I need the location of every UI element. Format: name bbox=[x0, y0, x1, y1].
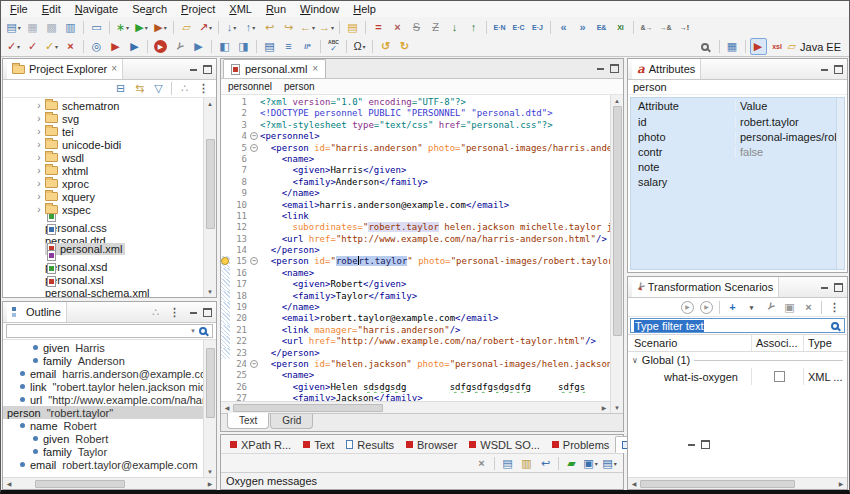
new-scenario-button[interactable]: + bbox=[724, 299, 741, 316]
format-and-indent-button[interactable]: ◎ bbox=[88, 38, 105, 55]
minimize-button[interactable] bbox=[820, 283, 829, 292]
code-line[interactable]: 7 <given>Harris</given> bbox=[221, 165, 610, 176]
code-line[interactable]: 1<?xml version="1.0" encoding="UTF-8"?> bbox=[221, 97, 610, 108]
previous-annotation-button[interactable]: ↑▾ bbox=[242, 19, 259, 36]
attribute-row-note[interactable]: note bbox=[631, 159, 836, 174]
new-scenario-menu-button[interactable]: ▾ bbox=[743, 299, 760, 316]
tree-item-tei[interactable]: tei bbox=[3, 125, 203, 138]
code-line[interactable]: 20 <email>robert.taylor@example.com</ema… bbox=[221, 313, 610, 324]
run-button[interactable]: ▶▾ bbox=[133, 19, 150, 36]
save-all-button[interactable]: ▩ bbox=[43, 19, 60, 36]
code-editor[interactable]: 1<?xml version="1.0" encoding="UTF-8"?>2… bbox=[221, 95, 610, 401]
back-history-button[interactable]: ↩ bbox=[261, 19, 278, 36]
editor-hscrollbar[interactable] bbox=[221, 401, 610, 413]
chevron-right-icon[interactable] bbox=[35, 114, 43, 124]
fold-collapse-icon[interactable] bbox=[250, 360, 258, 368]
tab-attributes[interactable]: Attributes bbox=[632, 59, 701, 79]
import-content-button[interactable]: ↓ bbox=[446, 19, 463, 36]
scroll-up-icon[interactable] bbox=[611, 95, 623, 106]
chevron-right-icon[interactable] bbox=[35, 140, 43, 150]
spell-check-button[interactable]: ABC✓ bbox=[325, 38, 342, 55]
scroll-lock-button[interactable]: ▥ bbox=[518, 455, 535, 472]
tab-results[interactable]: Results bbox=[340, 436, 400, 453]
column-associated[interactable]: Associ... bbox=[751, 335, 803, 351]
tree-item-svg[interactable]: svg bbox=[3, 112, 203, 125]
delete-scenario-button[interactable]: × bbox=[800, 299, 817, 316]
code-line[interactable]: 11 <link bbox=[221, 211, 610, 222]
chevron-right-icon[interactable] bbox=[35, 127, 43, 137]
forward-button[interactable]: →▾ bbox=[318, 19, 335, 36]
editor-vscrollbar[interactable] bbox=[610, 95, 623, 413]
code-line[interactable]: 19 </name> bbox=[221, 302, 610, 313]
pin-console-button[interactable]: ▰ bbox=[563, 455, 580, 472]
view-menu-button[interactable]: ⋮ bbox=[166, 304, 183, 321]
tab-text-mode[interactable]: Text bbox=[227, 413, 269, 429]
dropdown-arrow-icon[interactable]: ▾ bbox=[363, 43, 366, 50]
code-line[interactable]: 24 <person id="helen.jackson" photo="per… bbox=[221, 359, 610, 370]
delete-markup-button[interactable]: × bbox=[389, 19, 406, 36]
tab-outline[interactable]: Outline bbox=[7, 302, 67, 322]
xpath-expression-button[interactable]: //* bbox=[299, 38, 316, 55]
code-line[interactable]: 9 </name> bbox=[221, 188, 610, 199]
tree-item-xhtml[interactable]: xhtml bbox=[3, 164, 203, 177]
apply-scenario-button[interactable]: ▶ bbox=[679, 299, 696, 316]
strike-element-s-button[interactable]: S bbox=[408, 19, 425, 36]
menu-navigate[interactable]: Navigate bbox=[68, 2, 125, 16]
code-line[interactable]: 23 </person> bbox=[221, 348, 610, 359]
oxygen-perspective-button[interactable]: ▶ bbox=[750, 38, 767, 55]
convert-ej-button[interactable]: E·J bbox=[529, 19, 546, 36]
outline-item-email[interactable]: emailharris.anderson@example.com bbox=[3, 367, 203, 380]
filter-button[interactable]: ▽ bbox=[150, 80, 167, 97]
code-line[interactable]: 22 <url href="http://www.example.com/na/… bbox=[221, 336, 610, 347]
tree-item-unicode-bidi[interactable]: unicode-bidi bbox=[3, 138, 203, 151]
scrollbar-thumb[interactable] bbox=[640, 480, 795, 488]
scrollbar-thumb[interactable] bbox=[613, 106, 622, 336]
code-line[interactable]: 27 <family>Jackson</family> bbox=[221, 393, 610, 401]
menu-edit[interactable]: Edit bbox=[35, 2, 68, 16]
configure-transformation-button[interactable] bbox=[171, 38, 188, 55]
column-value[interactable]: Value bbox=[735, 100, 836, 112]
minimize-button[interactable] bbox=[687, 440, 696, 449]
tree-item-schematron[interactable]: schematron bbox=[3, 99, 203, 112]
convert-ec-button[interactable]: E·C bbox=[510, 19, 527, 36]
outline-filters-button[interactable]: ∴ bbox=[147, 304, 164, 321]
scroll-right-icon[interactable] bbox=[204, 478, 216, 489]
open-url-button[interactable]: ↗▾ bbox=[197, 19, 214, 36]
chevron-right-icon[interactable] bbox=[35, 205, 43, 215]
validate-with-scenario-button[interactable]: ✓▾ bbox=[43, 38, 60, 55]
chevron-down-icon[interactable] bbox=[632, 356, 638, 365]
attributes-scrollbar[interactable] bbox=[836, 98, 844, 269]
save-button[interactable]: ▦ bbox=[24, 19, 41, 36]
duplicate-scenario-button[interactable]: ▣ bbox=[781, 299, 798, 316]
code-line[interactable]: 12 subordinates="robert.taylor helen.jac… bbox=[221, 222, 610, 233]
code-line[interactable]: 16 <name> bbox=[221, 268, 610, 279]
scrollbar-thumb[interactable] bbox=[206, 139, 215, 229]
indent-lines-button[interactable]: ≡ bbox=[280, 38, 297, 55]
collapse-all-button[interactable]: ⊟ bbox=[112, 80, 129, 97]
scroll-left-icon[interactable] bbox=[3, 478, 15, 489]
scroll-right-icon[interactable] bbox=[835, 478, 847, 489]
open-console-button[interactable]: ▤▾ bbox=[601, 455, 618, 472]
apply-transformation-scenario-button[interactable]: ▶ bbox=[107, 38, 124, 55]
chevron-right-icon[interactable] bbox=[35, 166, 43, 176]
fold-collapse-icon[interactable] bbox=[250, 144, 258, 152]
tab-personal-xml[interactable]: personal.xml bbox=[223, 59, 326, 78]
chevron-right-icon[interactable] bbox=[35, 179, 43, 189]
code-line[interactable]: 13 <url href="http://www.example.com/na/… bbox=[221, 234, 610, 245]
code-line[interactable]: 21 <link manager="harris.anderson"/> bbox=[221, 325, 610, 336]
code-line[interactable]: 4<personnel> bbox=[221, 131, 610, 142]
code-line[interactable]: 15 <person id="robert.taylor" photo="per… bbox=[221, 256, 610, 267]
next-annotation-button[interactable]: ↓▾ bbox=[223, 19, 240, 36]
outline-item-given[interactable]: givenRobert bbox=[3, 432, 203, 445]
maximize-button[interactable] bbox=[701, 440, 710, 449]
dropdown-arrow-icon[interactable]: ▾ bbox=[233, 24, 236, 31]
outline-scrollbar[interactable] bbox=[203, 340, 216, 477]
excel-import-button[interactable]: XI bbox=[612, 19, 629, 36]
menu-help[interactable]: Help bbox=[346, 2, 383, 16]
tree-item-xproc[interactable]: xproc bbox=[3, 177, 203, 190]
tree-item-wsdl[interactable]: wsdl bbox=[3, 151, 203, 164]
chevron-right-icon[interactable] bbox=[35, 192, 43, 202]
strike-element-z-button[interactable]: Z bbox=[427, 19, 444, 36]
escape-selection-button[interactable]: &→ bbox=[638, 19, 655, 36]
minimize-button[interactable] bbox=[189, 65, 198, 74]
